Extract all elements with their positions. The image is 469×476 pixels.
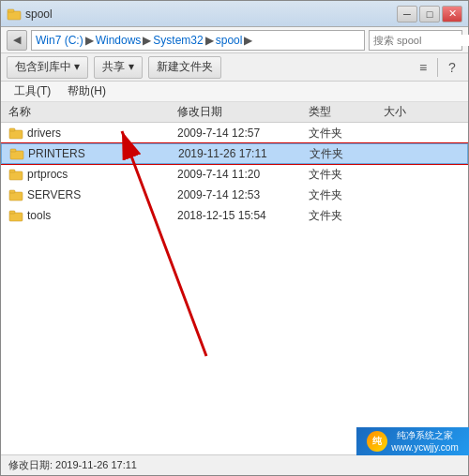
toolbar: 包含到库中 ▾ 共享 ▾ 新建文件夹 ≡ ? <box>1 53 468 82</box>
path-sep-3: ▶ <box>205 34 214 47</box>
path-windows[interactable]: Windows <box>96 34 142 47</box>
file-name: PRINTERS <box>28 147 178 160</box>
table-row[interactable]: prtprocs 2009-7-14 11:20 文件夹 <box>1 164 468 185</box>
view-button[interactable]: ≡ <box>413 57 433 78</box>
title-bar-left: spool <box>7 7 53 22</box>
svg-rect-2 <box>9 130 23 139</box>
toolbar-sep <box>437 58 438 77</box>
search-input[interactable] <box>373 35 469 46</box>
file-type: 文件夹 <box>309 126 384 141</box>
content-area: 名称 修改日期 类型 大小 drivers 2009-7-14 12:57 <box>1 102 468 454</box>
address-bar: ◀ Win7 (C:) ▶ Windows ▶ System32 ▶ spool… <box>1 27 468 53</box>
file-name: SERVERS <box>27 188 177 201</box>
col-header-size[interactable]: 大小 <box>384 104 440 120</box>
file-name: drivers <box>27 126 177 140</box>
table-row[interactable]: PRINTERS 2019-11-26 17:11 文件夹 <box>1 143 468 164</box>
svg-rect-5 <box>10 149 16 152</box>
menu-tools[interactable]: 工具(T) <box>7 82 58 101</box>
file-type: 文件夹 <box>310 146 385 162</box>
file-date: 2009-7-14 12:53 <box>177 188 309 201</box>
file-type: 文件夹 <box>309 208 384 224</box>
watermark-site: www.ycwjjy.com <box>391 441 458 454</box>
svg-rect-3 <box>9 128 15 131</box>
svg-rect-0 <box>8 11 21 20</box>
organize-label: 包含到库中 ▾ <box>15 59 80 75</box>
folder-icon <box>8 208 23 223</box>
folder-icon <box>9 146 24 161</box>
table-row[interactable]: tools 2018-12-15 15:54 文件夹 <box>1 205 468 226</box>
share-button[interactable]: 共享 ▾ <box>94 56 142 79</box>
svg-rect-11 <box>9 211 15 214</box>
path-win7[interactable]: Win7 (C:) <box>36 34 83 47</box>
folder-icon <box>8 187 23 202</box>
folder-icon <box>8 126 23 141</box>
watermark-icon: 纯 <box>367 431 387 452</box>
organize-button[interactable]: 包含到库中 ▾ <box>7 56 88 79</box>
file-name: prtprocs <box>27 168 177 181</box>
new-folder-button[interactable]: 新建文件夹 <box>148 56 221 79</box>
file-date: 2009-7-14 12:57 <box>177 126 309 140</box>
new-folder-label: 新建文件夹 <box>157 59 213 75</box>
svg-rect-1 <box>8 9 14 12</box>
window-title: spool <box>25 7 53 21</box>
file-type: 文件夹 <box>309 187 384 203</box>
file-date: 2018-12-15 15:54 <box>177 209 309 222</box>
title-controls: ─ □ ✕ <box>397 6 462 22</box>
col-header-date[interactable]: 修改日期 <box>177 104 309 120</box>
col-header-type[interactable]: 类型 <box>309 104 384 120</box>
title-bar: spool ─ □ ✕ <box>1 1 468 27</box>
folder-icon <box>8 167 23 182</box>
maximize-button[interactable]: □ <box>419 6 440 22</box>
watermark-text: 纯净系统之家 www.ycwjjy.com <box>391 429 458 454</box>
svg-rect-7 <box>9 170 15 172</box>
watermark: 纯 纯净系统之家 www.ycwjjy.com <box>356 427 469 455</box>
share-label: 共享 ▾ <box>102 59 133 75</box>
file-date: 2009-7-14 11:20 <box>177 168 309 181</box>
svg-rect-8 <box>9 192 23 201</box>
search-box[interactable]: 🔍 <box>369 30 462 51</box>
file-list-header: 名称 修改日期 类型 大小 <box>1 102 468 123</box>
menu-help[interactable]: 帮助(H) <box>60 82 113 101</box>
svg-rect-9 <box>9 190 15 193</box>
watermark-name: 纯净系统之家 <box>391 429 458 441</box>
toolbar-right: ≡ ? <box>413 57 462 78</box>
path-spool[interactable]: spool <box>216 34 243 47</box>
back-button[interactable]: ◀ <box>7 30 27 51</box>
file-list[interactable]: 名称 修改日期 类型 大小 drivers 2009-7-14 12:57 <box>1 102 468 454</box>
menu-bar: 工具(T) 帮助(H) <box>1 82 468 102</box>
status-text: 修改日期: 2019-11-26 17:11 <box>8 458 137 472</box>
minimize-button[interactable]: ─ <box>397 6 417 22</box>
path-system32[interactable]: System32 <box>153 34 203 47</box>
svg-rect-6 <box>9 171 23 180</box>
status-bar: 修改日期: 2019-11-26 17:11 <box>1 454 468 475</box>
help-button[interactable]: ? <box>442 57 462 78</box>
col-header-name[interactable]: 名称 <box>8 104 177 120</box>
path-sep-2: ▶ <box>143 34 151 47</box>
path-sep-4: ▶ <box>244 34 252 47</box>
table-row[interactable]: SERVERS 2009-7-14 12:53 文件夹 <box>1 185 468 205</box>
close-button[interactable]: ✕ <box>442 6 462 22</box>
path-sep-1: ▶ <box>85 34 94 47</box>
file-type: 文件夹 <box>309 167 384 183</box>
address-path[interactable]: Win7 (C:) ▶ Windows ▶ System32 ▶ spool ▶ <box>31 30 365 51</box>
file-date: 2019-11-26 17:11 <box>178 147 310 160</box>
table-row[interactable]: drivers 2009-7-14 12:57 文件夹 <box>1 123 468 143</box>
svg-rect-10 <box>9 213 23 221</box>
window-icon <box>7 7 22 22</box>
file-name: tools <box>27 209 177 222</box>
svg-rect-4 <box>10 151 23 159</box>
